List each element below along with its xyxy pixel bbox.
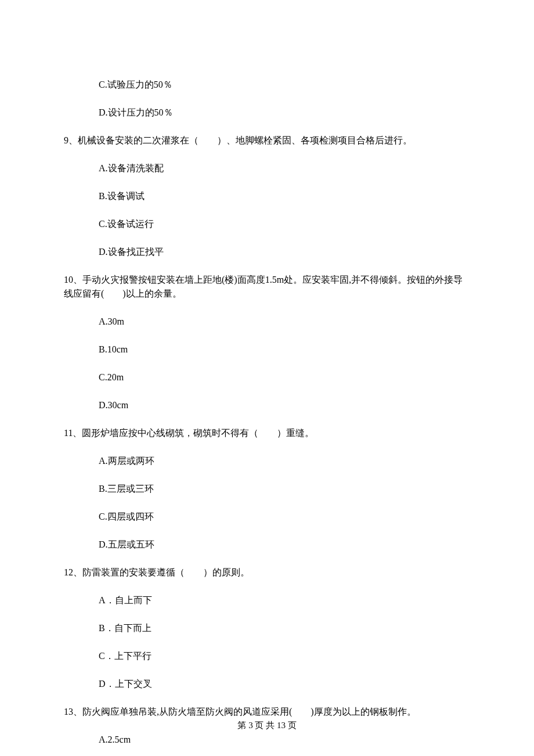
question-12-option-d: D．上下交叉: [99, 677, 470, 691]
question-9-option-b: B.设备调试: [99, 189, 470, 203]
question-10-option-d: D.30cm: [99, 398, 470, 412]
option-c: C.试验压力的50％: [99, 78, 470, 92]
question-11-option-a: A.两层或两环: [99, 454, 470, 468]
question-9-stem: 9、机械设备安装的二次灌浆在（ ）、地脚螺栓紧固、各项检测项目合格后进行。: [64, 134, 470, 147]
content-area: C.试验压力的50％ D.设计压力的50％ 9、机械设备安装的二次灌浆在（ ）、…: [64, 78, 470, 747]
question-9-option-a: A.设备清洗装配: [99, 161, 470, 175]
question-11-option-d: D.五层或五环: [99, 538, 470, 552]
question-10-option-b: B.10cm: [99, 343, 470, 357]
question-11-option-b: B.三层或三环: [99, 482, 470, 496]
question-9-option-d: D.设备找正找平: [99, 245, 470, 259]
question-10-option-a: A.30m: [99, 315, 470, 329]
question-10-option-c: C.20m: [99, 370, 470, 384]
question-11-stem: 11、圆形炉墙应按中心线砌筑，砌筑时不得有（ ）重缝。: [64, 426, 470, 440]
question-12-stem: 12、防雷装置的安装要遵循（ ）的原则。: [64, 566, 470, 579]
document-page: C.试验压力的50％ D.设计压力的50％ 9、机械设备安装的二次灌浆在（ ）、…: [0, 0, 534, 756]
question-11-option-c: C.四层或四环: [99, 510, 470, 524]
question-12-option-a: A．自上而下: [99, 593, 470, 607]
question-12-option-b: B．自下而上: [99, 621, 470, 635]
question-9-option-c: C.设备试运行: [99, 217, 470, 231]
question-10-stem: 10、手动火灾报警按钮安装在墙上距地(楼)面高度1.5m处。应安装牢固,并不得倾…: [64, 273, 470, 301]
question-12-option-c: C．上下平行: [99, 649, 470, 663]
option-d: D.设计压力的50％: [99, 106, 470, 120]
question-13-option-a: A.2.5cm: [99, 733, 470, 747]
question-13-stem: 13、防火阀应单独吊装,从防火墙至防火阀的风道应采用( )厚度为以上的钢板制作。: [64, 705, 470, 719]
page-footer: 第 3 页 共 13 页: [0, 719, 534, 732]
